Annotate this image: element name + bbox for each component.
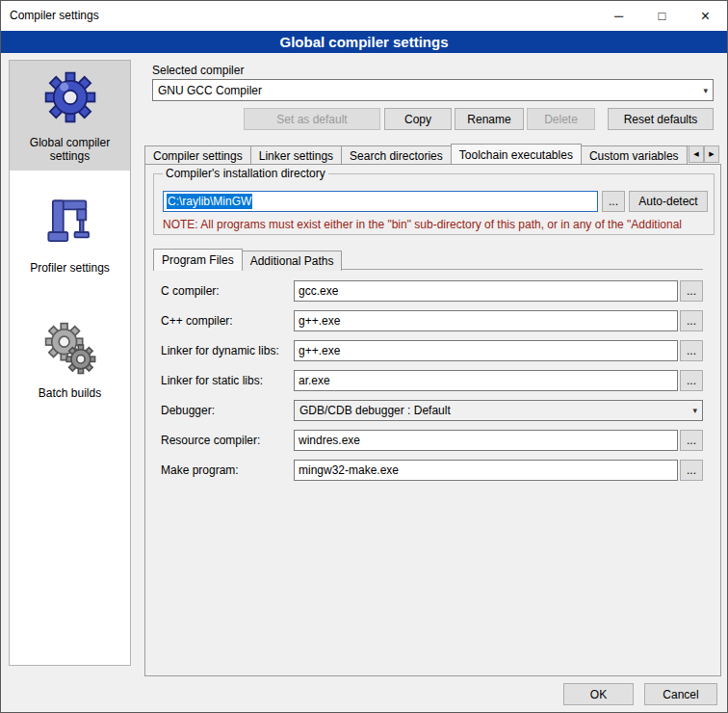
gray-gears-icon: [42, 320, 98, 380]
make-program-label: Make program:: [161, 460, 239, 481]
delete-button[interactable]: Delete: [527, 108, 595, 130]
resource-compiler-label: Resource compiler:: [161, 430, 260, 451]
tab-custom-variables[interactable]: Custom variables: [581, 145, 688, 164]
chevron-down-icon: ▾: [703, 85, 708, 94]
cpp-compiler-browse-button[interactable]: ...: [680, 310, 703, 331]
static-linker-label: Linker for static libs:: [161, 370, 263, 391]
cpp-compiler-label: C++ compiler:: [161, 310, 233, 331]
installation-directory-value: C:\raylib\MinGW: [167, 194, 252, 209]
page-title: Global compiler settings: [1, 31, 727, 53]
compiler-select[interactable]: GNU GCC Compiler ▾: [152, 79, 714, 101]
static-linker-input[interactable]: [294, 370, 678, 391]
sidebar-item-global-compiler-settings[interactable]: Global compiler settings: [10, 61, 130, 171]
set-as-default-button[interactable]: Set as default: [244, 108, 380, 130]
installation-directory-groupbox: Compiler's installation directory C:\ray…: [153, 173, 715, 235]
maximize-icon: □: [659, 9, 666, 23]
auto-detect-button[interactable]: Auto-detect: [629, 191, 708, 212]
groupbox-title: Compiler's installation directory: [163, 167, 328, 180]
c-compiler-label: C compiler:: [161, 280, 220, 302]
resource-compiler-input[interactable]: [294, 430, 678, 451]
reset-defaults-button[interactable]: Reset defaults: [608, 108, 714, 130]
arrow-right-icon: ▶: [709, 150, 714, 157]
compiler-select-value: GNU GCC Compiler: [158, 84, 262, 97]
make-program-browse-button[interactable]: ...: [680, 460, 703, 481]
debugger-label: Debugger:: [161, 400, 215, 421]
settings-tabbar: Compiler settingsLinker settingsSearch d…: [144, 144, 689, 164]
selected-compiler-label: Selected compiler: [152, 64, 244, 77]
close-icon: ×: [701, 8, 710, 25]
tab-linker-settings[interactable]: Linker settings: [250, 145, 342, 164]
resource-compiler-browse-button[interactable]: ...: [680, 430, 703, 451]
sidebar-item-label: Batch builds: [39, 386, 101, 400]
titlebar: Compiler settings ─ □ ×: [1, 1, 727, 31]
cpp-compiler-input[interactable]: [294, 310, 678, 331]
ok-button[interactable]: OK: [563, 683, 634, 705]
tab-scroll-right-button[interactable]: ▶: [704, 145, 719, 163]
cancel-button[interactable]: Cancel: [644, 683, 717, 705]
static-linker-browse-button[interactable]: ...: [680, 370, 703, 391]
close-button[interactable]: ×: [684, 1, 727, 31]
installation-directory-input[interactable]: C:\raylib\MinGW: [163, 191, 598, 212]
sidebar-item-label: Profiler settings: [30, 261, 110, 275]
toolchain-executables-panel: Compiler's installation directory C:\ray…: [144, 164, 721, 676]
clamp-tool-icon: [42, 195, 98, 254]
dynamic-linker-label: Linker for dynamic libs:: [161, 340, 279, 361]
c-compiler-browse-button[interactable]: ...: [680, 280, 703, 302]
minimize-button[interactable]: ─: [597, 1, 640, 31]
window-controls: ─ □ ×: [597, 1, 727, 31]
tab-toolchain-executables[interactable]: Toolchain executables: [451, 144, 582, 164]
sidebar-item-batch-builds[interactable]: Batch builds: [10, 311, 130, 408]
browse-directory-button[interactable]: ...: [602, 191, 625, 212]
debugger-select-value: GDB/CDB debugger : Default: [299, 404, 451, 417]
tab-additional-paths[interactable]: Additional Paths: [242, 251, 343, 271]
sidebar-item-label: Global compiler settings: [13, 136, 126, 163]
copy-button[interactable]: Copy: [384, 108, 452, 130]
tab-compiler-settings[interactable]: Compiler settings: [144, 145, 251, 164]
maximize-button[interactable]: □: [640, 1, 684, 31]
arrow-left-icon: ◀: [693, 150, 698, 157]
tab-search-directories[interactable]: Search directories: [341, 145, 452, 164]
dynamic-linker-input[interactable]: [294, 340, 678, 361]
minimize-icon: ─: [614, 9, 623, 23]
program-files-tabbar: Program FilesAdditional Paths: [153, 249, 341, 269]
sidebar-item-profiler-settings[interactable]: Profiler settings: [10, 186, 130, 282]
dynamic-linker-browse-button[interactable]: ...: [680, 340, 703, 361]
debugger-select[interactable]: GDB/CDB debugger : Default ▾: [294, 400, 703, 421]
chevron-down-icon: ▾: [692, 406, 697, 415]
blue-gear-icon: [42, 69, 98, 129]
tab-scroll-left-button[interactable]: ◀: [689, 145, 704, 163]
tab-program-files[interactable]: Program Files: [153, 249, 243, 271]
window-title: Compiler settings: [10, 9, 99, 22]
rename-button[interactable]: Rename: [455, 108, 524, 130]
c-compiler-input[interactable]: [294, 280, 678, 302]
settings-category-list: Global compiler settings Profiler settin…: [9, 60, 131, 666]
compiler-settings-dialog: Compiler settings ─ □ × Global compiler …: [0, 0, 728, 713]
note-text: NOTE: All programs must exist either in …: [163, 218, 712, 231]
make-program-input[interactable]: [294, 460, 678, 481]
